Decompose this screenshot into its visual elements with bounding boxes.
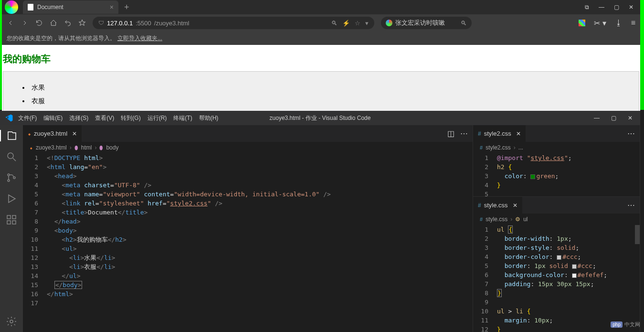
list-item: 衣服 <box>22 97 620 106</box>
svg-rect-7 <box>12 221 16 224</box>
svg-rect-5 <box>12 215 16 219</box>
extensions-icon[interactable] <box>6 214 17 225</box>
menu-run[interactable]: 运行(R) <box>148 114 167 122</box>
back-button[interactable] <box>7 19 14 27</box>
undo-button[interactable] <box>64 19 72 27</box>
close-icon[interactable]: × <box>110 3 114 11</box>
apps-grid-icon[interactable] <box>579 20 585 26</box>
explorer-icon[interactable] <box>0 130 23 141</box>
toolbar-right: ✂ ▾ ⭳ ≡ <box>579 19 635 28</box>
line-numbers: 12345 <box>473 153 497 196</box>
more-actions-icon[interactable]: ⋯ <box>627 201 635 210</box>
browser-tab[interactable]: Document × <box>23 0 118 14</box>
breadcrumb-item[interactable]: body <box>106 144 118 151</box>
code-content[interactable]: ul { border-width: 1px; border-style: so… <box>497 225 640 332</box>
code-content[interactable]: @import "style.css"; h2 { color: green; … <box>497 153 640 196</box>
close-icon[interactable]: ✕ <box>72 130 77 137</box>
svg-point-3 <box>13 177 15 179</box>
browser-logo-icon[interactable] <box>5 0 18 14</box>
search-box[interactable]: 张文宏采访时咳嗽 🔍︎ <box>381 17 472 29</box>
watermark-text: 中文网 <box>624 321 640 328</box>
editor-actions: ◫ ⋯ <box>447 125 473 142</box>
menu-file[interactable]: 文件(F) <box>18 114 37 122</box>
more-actions-icon[interactable]: ⋯ <box>627 129 635 138</box>
svg-point-2 <box>8 180 10 182</box>
source-control-icon[interactable] <box>6 172 17 183</box>
minimize-icon[interactable]: — <box>599 4 604 11</box>
scrollbar[interactable] <box>633 225 640 332</box>
editor-tab-style[interactable]: # style.css ✕ <box>473 197 523 214</box>
shopping-list: 水果 衣服 <box>3 71 639 111</box>
close-icon[interactable]: ✕ <box>513 202 517 209</box>
breadcrumb[interactable]: ⬥ zuoye3.html › ⬮ html › ⬮ body <box>23 142 473 153</box>
reload-button[interactable] <box>35 19 43 27</box>
svg-point-8 <box>10 320 13 323</box>
breadcrumb-item[interactable]: style2.css <box>486 144 511 151</box>
search-placeholder: 张文宏采访时咳嗽 <box>395 19 445 27</box>
dropdown-icon[interactable]: ▾ <box>365 20 369 27</box>
menu-icon[interactable]: ≡ <box>631 19 635 27</box>
search-icon[interactable] <box>6 151 17 162</box>
browser-nav-bar: 🛡 127.0.0.1:5500/zuoye3.html 🔍︎ ⚡ ☆ ▾ 张文… <box>2 14 640 32</box>
line-numbers: 123456789101112 <box>473 225 497 332</box>
editor-tab-style2[interactable]: # style2.css ✕ <box>473 125 526 142</box>
close-icon[interactable]: ✕ <box>628 115 633 121</box>
settings-gear-icon[interactable] <box>6 316 17 327</box>
flash-icon[interactable]: ⚡ <box>342 20 350 27</box>
favorite-icon[interactable]: ☆ <box>355 20 360 27</box>
bookmark-star-icon[interactable] <box>78 19 86 27</box>
scissors-icon[interactable]: ✂ ▾ <box>594 19 606 28</box>
editor-tab-zuoye3[interactable]: ⬥ zuoye3.html ✕ <box>23 125 82 142</box>
chevron-right-icon: › <box>510 216 512 223</box>
new-tab-button[interactable]: + <box>118 2 135 12</box>
bookmark-bar: 您的收藏夹是空的，请从其他浏览器导入。 立即导入收藏夹... <box>2 32 640 45</box>
menu-selection[interactable]: 选择(S) <box>69 114 88 122</box>
picture-in-picture-icon[interactable]: ⧉ <box>585 4 589 11</box>
import-bookmarks-link[interactable]: 立即导入收藏夹... <box>117 34 162 43</box>
breadcrumb[interactable]: # style2.css › ... <box>473 142 640 153</box>
bookmark-empty-text: 您的收藏夹是空的，请从其他浏览器导入。 <box>7 34 116 43</box>
file-icon <box>28 4 33 11</box>
menu-view[interactable]: 查看(V) <box>95 114 114 122</box>
php-badge: php <box>611 321 623 328</box>
code-editor[interactable]: 12345 @import "style.css"; h2 { color: g… <box>473 153 640 196</box>
search-in-page-icon[interactable]: 🔍︎ <box>331 20 338 27</box>
page-heading: 我的购物车 <box>3 53 639 65</box>
download-icon[interactable]: ⭳ <box>615 19 623 27</box>
breadcrumb-item[interactable]: zuoye3.html <box>36 144 67 151</box>
editor-tab-label: zuoye3.html <box>34 130 67 137</box>
menu-go[interactable]: 转到(G) <box>121 114 140 122</box>
breadcrumb-item[interactable]: style.css <box>486 216 507 223</box>
menu-edit[interactable]: 编辑(E) <box>43 114 63 122</box>
svg-rect-6 <box>7 221 11 224</box>
search-icon[interactable]: 🔍︎ <box>461 20 467 27</box>
split-editor-icon[interactable]: ◫ <box>447 129 454 138</box>
run-debug-icon[interactable] <box>6 193 17 204</box>
close-window-icon[interactable]: ✕ <box>629 4 633 11</box>
editor-tabs: # style.css ✕ ⋯ <box>473 197 640 214</box>
vscode-window: 文件(F) 编辑(E) 选择(S) 查看(V) 转到(G) 运行(R) 终端(T… <box>0 111 640 332</box>
tab-title: Document <box>37 4 63 11</box>
svg-rect-4 <box>7 215 11 219</box>
element-icon: ⬮ <box>74 144 78 151</box>
code-editor[interactable]: 1234567891011121314151617 <!DOCTYPE html… <box>23 153 473 332</box>
forward-button[interactable] <box>21 19 29 27</box>
breadcrumb-item[interactable]: ul <box>523 216 528 223</box>
maximize-icon[interactable]: ▢ <box>611 115 616 121</box>
menu-terminal[interactable]: 终端(T) <box>173 114 192 122</box>
menu-help[interactable]: 帮助(H) <box>199 114 219 122</box>
maximize-icon[interactable]: ▢ <box>614 4 619 11</box>
window-border-left <box>0 0 2 110</box>
breadcrumb-item[interactable]: html <box>81 144 92 151</box>
breadcrumb-item[interactable]: ... <box>518 144 523 151</box>
editor-pane-style: # style.css ✕ ⋯ # style.css › ⚙ ul <box>473 197 640 332</box>
breadcrumb[interactable]: # style.css › ⚙ ul <box>473 214 640 225</box>
code-content[interactable]: <!DOCTYPE html> <html lang="en"> <head> … <box>47 153 473 332</box>
close-icon[interactable]: ✕ <box>516 130 521 137</box>
more-actions-icon[interactable]: ⋯ <box>460 129 468 138</box>
site-info-icon[interactable]: 🛡 <box>98 20 104 26</box>
minimize-icon[interactable]: — <box>594 115 600 121</box>
url-bar[interactable]: 🛡 127.0.0.1:5500/zuoye3.html 🔍︎ ⚡ ☆ ▾ <box>93 17 374 29</box>
code-editor[interactable]: 123456789101112 ul { border-width: 1px; … <box>473 225 640 332</box>
home-button[interactable] <box>50 19 57 27</box>
